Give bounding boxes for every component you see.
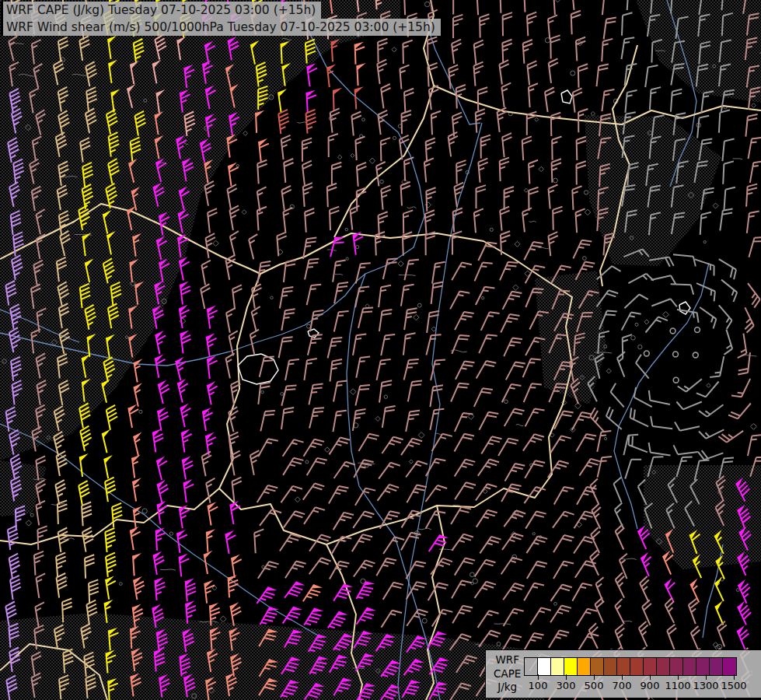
legend-tick <box>594 674 595 680</box>
legend-cell <box>696 658 710 675</box>
legend-cell <box>657 658 670 675</box>
legend-tick <box>622 674 623 680</box>
weather-map <box>0 0 761 700</box>
legend-cell <box>617 658 630 675</box>
legend-label-wrf: WRF <box>494 653 521 667</box>
legend-cell <box>591 658 604 675</box>
legend-cell <box>644 658 657 675</box>
legend-tick-label: 100 <box>529 680 548 691</box>
title-overlay: WRF CAPE (J/kg) Tuesday 07-10-2025 03:00… <box>1 2 441 36</box>
legend-cell <box>710 658 723 675</box>
legend-tick <box>538 674 539 680</box>
legend-cell <box>723 658 736 675</box>
title-line-windshear: WRF Wind shear (m/s) 500/1000hPa Tuesday… <box>3 19 441 36</box>
legend-tick <box>566 674 567 680</box>
legend-tick-label: 1100 <box>665 680 690 691</box>
legend-cell <box>604 658 617 675</box>
legend-unit-label: WRF CAPE J/kg <box>494 653 521 695</box>
legend-tick-label: 700 <box>613 680 632 691</box>
legend-colorbar <box>524 657 737 676</box>
legend-cell <box>630 658 644 675</box>
legend-tick <box>650 674 651 680</box>
title-line-cape: WRF CAPE (J/kg) Tuesday 07-10-2025 03:00… <box>3 2 321 19</box>
legend-tick-label: 1300 <box>693 680 718 691</box>
weather-map-page: WRF CAPE (J/kg) Tuesday 07-10-2025 03:00… <box>0 0 761 700</box>
legend-label-cape: CAPE <box>494 667 521 681</box>
legend-cell <box>670 658 683 675</box>
legend-tick-label: 1500 <box>721 680 746 691</box>
legend-cell <box>578 658 591 675</box>
legend-tick-label: 500 <box>585 680 604 691</box>
legend-tick <box>678 674 679 680</box>
legend-cell <box>551 658 564 675</box>
legend-tick-label: 300 <box>557 680 576 691</box>
legend-tick-label: 900 <box>641 680 660 691</box>
legend-cell <box>564 658 578 675</box>
legend-cell <box>683 658 696 675</box>
legend-tick <box>734 674 735 680</box>
legend-label-jkg: J/kg <box>494 681 521 695</box>
legend-tick <box>706 674 707 680</box>
cape-legend: WRF CAPE J/kg 10030050070090011001300150… <box>485 649 761 698</box>
legend-cell <box>538 658 551 675</box>
legend-cell <box>525 658 538 675</box>
